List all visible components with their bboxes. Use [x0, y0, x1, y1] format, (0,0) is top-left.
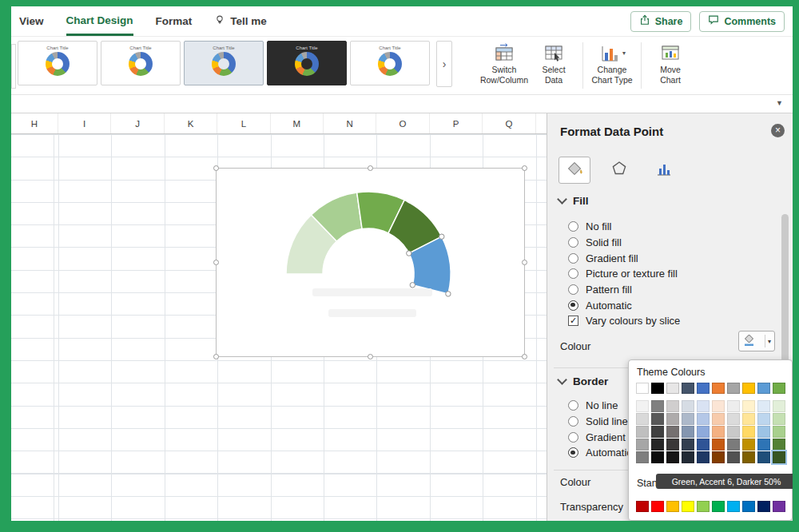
- theme-variant-swatch[interactable]: [727, 400, 740, 412]
- radio-icon[interactable]: [568, 432, 578, 443]
- theme-variant-swatch[interactable]: [682, 426, 694, 438]
- chart-style-thumb-2[interactable]: Chart Title: [101, 41, 181, 85]
- gallery-next-button[interactable]: ›: [436, 41, 452, 87]
- theme-variant-swatch[interactable]: [651, 400, 664, 412]
- menu-tab-chart-design[interactable]: Chart Design: [66, 6, 133, 36]
- column-header-l[interactable]: L: [217, 113, 270, 133]
- column-header-j[interactable]: J: [111, 113, 164, 133]
- radio-icon[interactable]: [568, 268, 578, 279]
- theme-colour-swatch[interactable]: [666, 383, 679, 394]
- theme-variant-swatch[interactable]: [712, 413, 725, 425]
- standard-colour-swatch[interactable]: [757, 501, 770, 512]
- chart-style-thumb-1[interactable]: Chart Title: [18, 41, 97, 85]
- theme-variant-swatch[interactable]: [697, 426, 710, 438]
- theme-variant-swatch[interactable]: [666, 400, 679, 412]
- chart-selection-handle[interactable]: [213, 260, 219, 265]
- theme-variant-swatch[interactable]: [636, 426, 649, 438]
- chart-style-thumb-5[interactable]: Chart Title: [350, 41, 430, 85]
- theme-variant-swatch[interactable]: [697, 400, 710, 412]
- theme-variant-swatch[interactable]: [773, 400, 785, 412]
- theme-variant-swatch[interactable]: [757, 400, 770, 412]
- chart-selection-handle[interactable]: [213, 354, 219, 359]
- theme-variant-swatch[interactable]: [742, 439, 755, 451]
- select-data-button[interactable]: SelectData: [529, 41, 578, 85]
- column-header-q[interactable]: Q: [483, 113, 535, 133]
- radio-option-no-fill[interactable]: No fill: [568, 219, 678, 235]
- radio-option-picture-or-texture-fill[interactable]: Picture or texture fill: [568, 266, 678, 282]
- column-header-p[interactable]: P: [430, 113, 483, 133]
- theme-variant-swatch[interactable]: [757, 451, 770, 463]
- radio-option-automatic[interactable]: Automatic: [568, 297, 678, 313]
- standard-colour-swatch[interactable]: [682, 501, 694, 512]
- theme-variant-swatch[interactable]: [636, 451, 649, 463]
- theme-variant-swatch[interactable]: [666, 439, 679, 451]
- radio-selected-icon[interactable]: [568, 447, 578, 458]
- theme-variant-swatch[interactable]: [682, 451, 694, 463]
- fill-section-header[interactable]: Fill: [559, 195, 589, 207]
- change-chart-type-button[interactable]: ▾ChangeChart Type: [587, 41, 637, 85]
- standard-colour-swatch[interactable]: [727, 501, 740, 512]
- theme-colour-swatch[interactable]: [651, 383, 664, 394]
- theme-variant-swatch[interactable]: [666, 413, 679, 425]
- radio-option-pattern-fill[interactable]: Pattern fill: [568, 282, 678, 298]
- radio-icon[interactable]: [568, 221, 578, 232]
- theme-variant-swatch[interactable]: [636, 400, 649, 412]
- theme-variant-swatch[interactable]: [773, 439, 785, 451]
- radio-icon[interactable]: [568, 284, 578, 295]
- theme-variant-swatch[interactable]: [773, 426, 785, 438]
- pane-scrollbar[interactable]: [781, 214, 789, 374]
- chart-selection-handle[interactable]: [522, 354, 527, 359]
- switch-row-column-button[interactable]: SwitchRow/Column: [479, 41, 529, 85]
- chart-selection-handle[interactable]: [213, 165, 219, 171]
- theme-colour-swatch[interactable]: [773, 383, 785, 394]
- theme-variant-swatch[interactable]: [727, 413, 740, 425]
- gauge-doughnut-chart[interactable]: [217, 169, 524, 356]
- share-button[interactable]: Share: [630, 11, 692, 32]
- theme-variant-swatch[interactable]: [682, 400, 694, 412]
- standard-colour-swatch[interactable]: [742, 501, 755, 512]
- menu-tab-view[interactable]: View: [19, 6, 44, 36]
- tab-effects[interactable]: [603, 157, 635, 184]
- theme-variant-swatch[interactable]: [727, 451, 740, 463]
- theme-colour-swatch[interactable]: [742, 383, 755, 394]
- column-header-h[interactable]: H: [11, 113, 58, 133]
- radio-icon[interactable]: [568, 253, 578, 264]
- theme-variant-swatch[interactable]: [742, 426, 755, 438]
- theme-variant-swatch[interactable]: [666, 426, 679, 438]
- standard-colour-swatch[interactable]: [651, 501, 664, 512]
- theme-variant-swatch[interactable]: [712, 426, 725, 438]
- vary-colours-checkbox-row[interactable]: ✓ Vary colours by slice: [568, 315, 680, 327]
- theme-variant-swatch[interactable]: [727, 439, 740, 451]
- close-icon[interactable]: ×: [771, 124, 785, 137]
- theme-variant-swatch[interactable]: [757, 413, 770, 425]
- column-header-k[interactable]: K: [165, 113, 217, 133]
- move-chart-button[interactable]: MoveChart: [646, 41, 695, 85]
- radio-selected-icon[interactable]: [568, 300, 578, 311]
- theme-variant-swatch[interactable]: [742, 413, 755, 425]
- chart-selection-handle[interactable]: [368, 354, 373, 359]
- theme-variant-swatch[interactable]: [682, 413, 694, 425]
- standard-colour-swatch[interactable]: [712, 501, 725, 512]
- slice-selection-handle[interactable]: [410, 283, 415, 288]
- theme-colour-swatch[interactable]: [682, 383, 694, 394]
- theme-variant-swatch[interactable]: [742, 400, 755, 412]
- theme-variant-swatch[interactable]: [651, 413, 664, 425]
- chart-object[interactable]: [216, 168, 525, 357]
- checkbox-checked-icon[interactable]: ✓: [568, 316, 578, 326]
- chart-style-thumb-3[interactable]: Chart Title: [184, 41, 264, 85]
- chart-selection-handle[interactable]: [522, 165, 527, 171]
- slice-selection-handle[interactable]: [446, 292, 451, 296]
- column-header-m[interactable]: M: [271, 113, 324, 133]
- theme-variant-swatch[interactable]: [712, 400, 725, 412]
- theme-colour-swatch[interactable]: [712, 383, 725, 394]
- chart-selection-handle[interactable]: [522, 260, 527, 265]
- theme-variant-swatch[interactable]: [712, 439, 725, 451]
- theme-variant-swatch[interactable]: [727, 426, 740, 438]
- radio-icon[interactable]: [568, 237, 578, 248]
- chart-style-thumb-4[interactable]: Chart Title: [267, 41, 347, 85]
- standard-colour-swatch[interactable]: [666, 501, 679, 512]
- theme-variant-swatch[interactable]: [697, 451, 710, 463]
- theme-variant-swatch[interactable]: [666, 451, 679, 463]
- fill-colour-dropdown[interactable]: ▾: [738, 331, 775, 351]
- border-section-header[interactable]: Border: [559, 375, 608, 387]
